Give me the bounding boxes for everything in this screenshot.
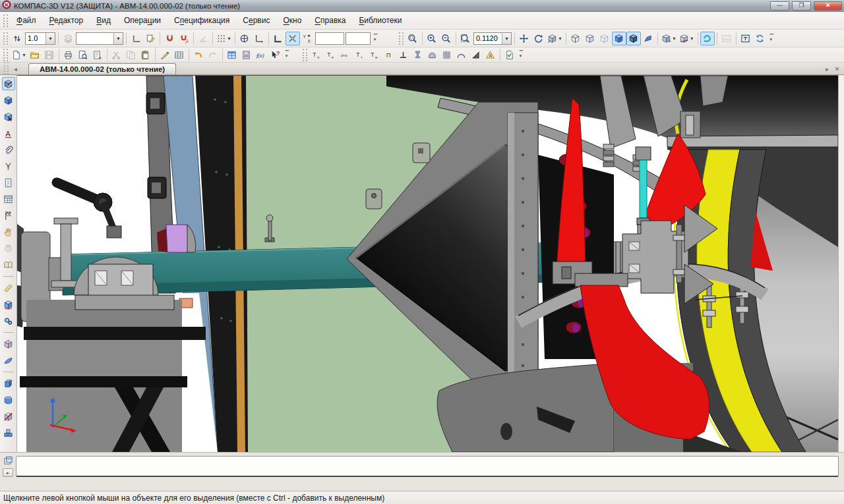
step-select-value[interactable]: [26, 33, 45, 44]
toolbar-grip[interactable]: [303, 49, 307, 61]
display-hidden-thin-button[interactable]: [597, 32, 612, 45]
page-setup-button[interactable]: [90, 48, 105, 62]
datum-symbol-button[interactable]: А: [483, 48, 498, 62]
new-document-button[interactable]: ▼: [10, 48, 28, 62]
tabbar-grip[interactable]: [4, 62, 9, 74]
zoom-scale-combo[interactable]: ▼: [473, 32, 512, 45]
hatch-element-button[interactable]: [440, 48, 454, 62]
display-perspective-button[interactable]: [641, 32, 655, 45]
zoom-in-button[interactable]: [425, 32, 439, 45]
dropdown-arrow-icon[interactable]: ▼: [690, 36, 694, 41]
symbol-oto-button[interactable]: ото: [338, 48, 353, 62]
step-select-combo[interactable]: ▼: [25, 32, 55, 45]
dropdown-arrow-icon[interactable]: ▼: [227, 36, 231, 41]
ortho-mode-button[interactable]: [271, 32, 286, 45]
component-button[interactable]: [2, 94, 15, 107]
current-step-button[interactable]: [10, 32, 24, 45]
redo-button[interactable]: [206, 48, 220, 62]
document-tab-active[interactable]: АВМ-14.00.000-02 (только чтение): [28, 63, 176, 74]
layer-select-value[interactable]: [76, 33, 113, 44]
angle-snap-button[interactable]: [196, 32, 210, 45]
zoom-fit-button[interactable]: [458, 32, 473, 45]
coord-x-input[interactable]: [346, 32, 371, 45]
3d-model-scene[interactable]: [17, 76, 838, 452]
orientation-button[interactable]: ▼: [546, 32, 564, 45]
toolbar-grip[interactable]: [3, 32, 8, 45]
dropdown-arrow-icon[interactable]: ▼: [22, 53, 26, 57]
move-component-button[interactable]: [2, 225, 15, 238]
menu-справка[interactable]: Справка: [308, 13, 352, 28]
surface-finish-button[interactable]: [411, 48, 425, 62]
layer-select-combo[interactable]: ▼: [76, 32, 123, 45]
document-check-button[interactable]: [502, 48, 517, 62]
tab-scroll-right-button[interactable]: ▸: [822, 64, 832, 74]
symbol-tt-button[interactable]: Тт: [353, 48, 367, 62]
dropdown-arrow-icon[interactable]: ▼: [672, 36, 677, 41]
measure-button[interactable]: [2, 281, 15, 294]
symbol-profile-button[interactable]: П: [382, 48, 396, 62]
snap-local-button[interactable]: [177, 32, 191, 45]
mates-button[interactable]: [2, 159, 15, 173]
minimize-button[interactable]: —: [770, 1, 789, 11]
local-cs-button[interactable]: [129, 32, 143, 45]
display-shaded-button[interactable]: [612, 32, 626, 45]
refresh-image-button[interactable]: [753, 32, 768, 45]
coord-y-input[interactable]: [315, 32, 344, 45]
round-cs-button[interactable]: [237, 32, 252, 45]
print-button[interactable]: [61, 48, 76, 62]
display-shaded-edges-button[interactable]: [626, 32, 641, 45]
3d-viewport[interactable]: [17, 75, 838, 452]
toolbar-grip[interactable]: [399, 32, 404, 45]
layers-button[interactable]: [61, 32, 75, 45]
coordinates-button[interactable]: YX: [300, 32, 315, 45]
rebuild-view-button[interactable]: [700, 32, 715, 45]
menu-сервис[interactable]: Сервис: [236, 13, 276, 28]
undo-button[interactable]: [191, 48, 206, 62]
dome-element-button[interactable]: [425, 48, 440, 62]
toolbar-overflow-button[interactable]: ▔▾: [372, 32, 379, 45]
grid-toggle-button[interactable]: ▼: [215, 32, 233, 45]
zoom-scale-value[interactable]: [474, 33, 502, 44]
parameters-table-button[interactable]: [2, 192, 15, 206]
attachments-button[interactable]: [2, 143, 15, 156]
zoom-out-button[interactable]: [439, 32, 454, 45]
menubar-grip[interactable]: [3, 14, 8, 27]
object-properties-button[interactable]: [172, 48, 187, 62]
step-select-dropdown-icon[interactable]: ▼: [45, 33, 55, 44]
toolbar-overflow-button[interactable]: ▔▾: [768, 32, 775, 45]
zoom-by-frame-button[interactable]: [406, 32, 420, 45]
snaps-toggle-button[interactable]: [286, 32, 300, 45]
cut-button[interactable]: [109, 48, 124, 62]
save-document-button[interactable]: [42, 48, 57, 62]
wedge-element-button[interactable]: [469, 48, 483, 62]
toolbar-grip[interactable]: [3, 49, 8, 61]
dropdown-arrow-icon[interactable]: ▼: [558, 36, 562, 41]
toolbar-overflow-button[interactable]: ▔▾: [518, 49, 525, 61]
menu-операции[interactable]: Операции: [117, 13, 167, 28]
add-component-button[interactable]: [2, 110, 15, 123]
variables-button[interactable]: [225, 48, 239, 62]
arc-element-button[interactable]: [454, 48, 469, 62]
auxiliary-geometry-button[interactable]: [2, 337, 15, 350]
preview-image-button[interactable]: [719, 32, 734, 45]
menu-файл[interactable]: Файл: [10, 13, 43, 28]
toolbar-overflow-button[interactable]: ▔▾: [284, 49, 291, 61]
axes-toggle-button[interactable]: [252, 32, 266, 45]
menu-окно[interactable]: Окно: [276, 13, 308, 28]
snap-global-button[interactable]: [162, 32, 177, 45]
rotate-view-button[interactable]: [531, 32, 546, 45]
specification-button[interactable]: [2, 176, 15, 189]
property-panel-toggle-button[interactable]: [1, 454, 15, 467]
section-view-button[interactable]: ▼: [678, 32, 696, 45]
expressions-button[interactable]: f(x): [254, 48, 268, 62]
edit-part-button[interactable]: [2, 77, 15, 90]
copy-button[interactable]: [124, 48, 138, 62]
symbol-tk-button[interactable]: Тк: [324, 48, 338, 62]
extrude-button[interactable]: [2, 377, 15, 390]
display-hidden-removed-button[interactable]: [583, 32, 597, 45]
maximize-button[interactable]: ❐: [792, 1, 811, 11]
menu-библиотеки[interactable]: Библиотеки: [352, 13, 408, 28]
print-preview-button[interactable]: [76, 48, 90, 62]
surfaces-button[interactable]: [2, 354, 15, 367]
tab-scroll-left-button[interactable]: ◂: [11, 64, 20, 74]
